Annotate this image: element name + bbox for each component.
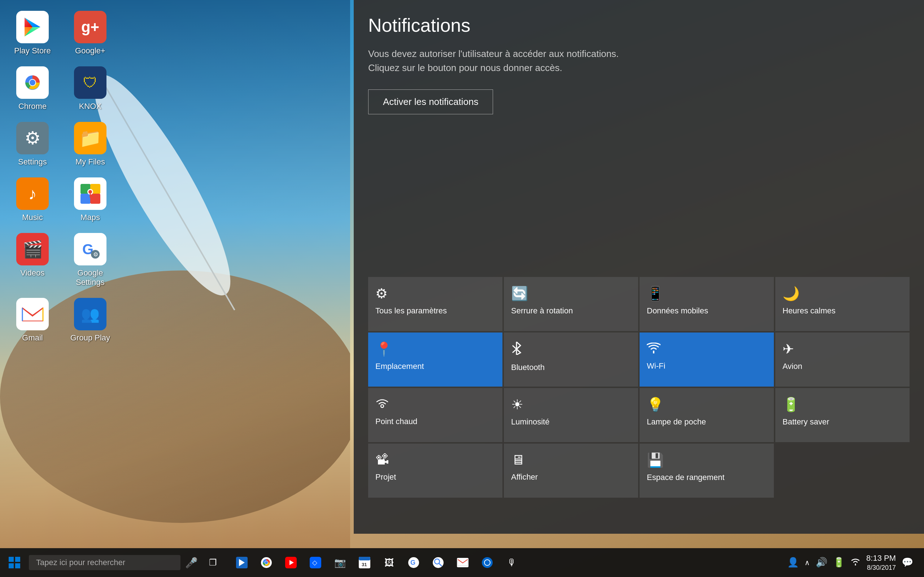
qs-tile-emplacement[interactable]: 📍 Emplacement — [368, 332, 502, 387]
qs-tile-empty — [775, 443, 909, 498]
people-icon[interactable]: 👤 — [787, 557, 799, 568]
qs-icon-donnees-mobiles: 📱 — [647, 285, 664, 301]
desktop-icon-google-settings[interactable]: G ⚙ Google Settings — [65, 229, 115, 291]
icon-row-1: Play Store g+ Google+ — [7, 7, 115, 59]
qs-tile-heures-calmes[interactable]: 🌙 Heures calmes — [775, 277, 909, 331]
notification-panel: Notifications Vous devez autoriser l'uti… — [354, 0, 924, 534]
taskbar-app-voice[interactable]: 🎙 — [501, 552, 523, 574]
qs-tile-projet[interactable]: 📽 Projet — [368, 443, 502, 498]
google-plus-icon: g+ — [74, 11, 107, 43]
google-settings-icon: G ⚙ — [74, 233, 107, 266]
qs-tile-bluetooth[interactable]: Bluetooth — [504, 332, 638, 387]
qs-tile-tous-parametres[interactable]: ⚙ Tous les paramètres — [368, 277, 502, 331]
qs-label-wifi: Wi-Fi — [647, 361, 665, 371]
group-play-label: Group Play — [70, 333, 110, 343]
desktop-icon-music[interactable]: ♪ Music — [7, 174, 58, 226]
qs-icon-avion: ✈ — [782, 341, 794, 357]
qs-label-serrure-rotation: Serrure à rotation — [511, 306, 573, 316]
taskbar-app-google[interactable]: G — [403, 552, 425, 574]
up-arrow-icon[interactable]: ∧ — [804, 558, 810, 567]
maps-svg — [81, 184, 100, 204]
desktop-icon-gmail[interactable]: Gmail — [7, 294, 58, 346]
taskbar-app-store[interactable] — [231, 552, 253, 574]
maps-icon — [74, 177, 107, 210]
taskbar-task-view-button[interactable]: ❐ — [202, 552, 224, 574]
quick-settings-container: ⚙ Tous les paramètres 🔄 Serrure à rotati… — [354, 277, 924, 498]
chrome-label: Chrome — [18, 102, 47, 111]
svg-rect-42 — [359, 557, 370, 561]
qs-label-emplacement: Emplacement — [375, 361, 424, 372]
quick-settings-grid: ⚙ Tous les paramètres 🔄 Serrure à rotati… — [368, 277, 909, 498]
settings-label: Settings — [18, 157, 47, 167]
desktop-icon-videos[interactable]: 🎬 Videos — [7, 229, 58, 291]
icon-row-4: ♪ Music Maps — [7, 174, 115, 226]
svg-rect-29 — [9, 563, 14, 568]
taskbar-mic-button[interactable]: 🎤 — [181, 552, 202, 574]
taskbar-app-dropbox[interactable]: ◇ — [305, 552, 326, 574]
volume-icon[interactable]: 🔊 — [816, 557, 827, 568]
qs-tile-espace-rangement[interactable]: 💾 Espace de rangement — [640, 443, 774, 498]
play-store-label: Play Store — [14, 46, 51, 56]
start-button[interactable] — [3, 552, 25, 574]
taskbar-app-chrome[interactable] — [255, 552, 277, 574]
qs-tile-battery-saver[interactable]: 🔋 Battery saver — [775, 388, 909, 442]
qs-label-avion: Avion — [782, 361, 802, 372]
qs-icon-bluetooth — [511, 341, 522, 358]
qs-tile-avion[interactable]: ✈ Avion — [775, 332, 909, 387]
svg-point-36 — [265, 561, 268, 564]
taskbar-app-google-search[interactable] — [427, 552, 449, 574]
my-files-icon: 📁 — [74, 122, 107, 154]
desktop-icon-settings[interactable]: ⚙ Settings — [7, 118, 58, 170]
qs-icon-tous-parametres: ⚙ — [375, 285, 388, 301]
taskbar-gmail-icon — [457, 558, 468, 567]
wifi-icon[interactable] — [850, 557, 861, 568]
search-input[interactable] — [29, 555, 181, 570]
taskbar-app-calendar[interactable]: 31 — [354, 552, 375, 574]
activate-notifications-button[interactable]: Activer les notifications — [368, 89, 493, 114]
taskbar-cortana-icon — [481, 557, 493, 568]
qs-label-tous-parametres: Tous les paramètres — [375, 306, 447, 316]
qs-tile-luminosite[interactable]: ☀ Luminosité — [504, 388, 638, 442]
svg-point-50 — [482, 557, 493, 568]
qs-label-donnees-mobiles: Données mobiles — [647, 306, 708, 316]
taskbar-app-gallery[interactable]: 🖼 — [378, 552, 400, 574]
svg-rect-27 — [9, 557, 14, 562]
qs-tile-donnees-mobiles[interactable]: 📱 Données mobiles — [640, 277, 774, 331]
qs-label-point-chaud: Point chaud — [375, 416, 417, 427]
google-settings-svg: G ⚙ — [79, 239, 101, 260]
desktop-icon-play-store[interactable]: Play Store — [7, 7, 58, 59]
taskbar-app-camera[interactable]: 📷 — [329, 552, 351, 574]
desktop-icon-my-files[interactable]: 📁 My Files — [65, 118, 115, 170]
notification-description: Vous devez autoriser l'utilisateur à acc… — [368, 47, 909, 75]
qs-icon-afficher: 🖥 — [511, 452, 525, 468]
gmail-label: Gmail — [22, 333, 43, 343]
qs-label-lampe-poche: Lampe de poche — [647, 417, 706, 427]
desktop-icon-knox[interactable]: 🛡 KNOX — [65, 63, 115, 115]
qs-tile-wifi[interactable]: Wi-Fi — [640, 332, 774, 387]
qs-tile-lampe-poche[interactable]: 💡 Lampe de poche — [640, 388, 774, 442]
qs-label-espace-rangement: Espace de rangement — [647, 472, 724, 483]
svg-rect-30 — [15, 563, 20, 568]
qs-tile-afficher[interactable]: 🖥 Afficher — [504, 443, 638, 498]
qs-icon-serrure-rotation: 🔄 — [511, 285, 528, 301]
taskbar-app-cortana[interactable] — [477, 552, 498, 574]
desktop-icon-maps[interactable]: Maps — [65, 174, 115, 226]
qs-icon-battery-saver: 🔋 — [782, 397, 800, 413]
chrome-icon — [16, 66, 49, 99]
desktop-icon-google-plus[interactable]: g+ Google+ — [65, 7, 115, 59]
gmail-svg — [21, 305, 44, 323]
system-tray: 👤 ∧ 🔊 🔋 8:13 PM 8/30/2017 💬 — [787, 553, 913, 572]
chrome-svg — [21, 71, 44, 95]
taskbar-app-gmail[interactable] — [452, 552, 473, 574]
notification-bell-icon[interactable]: 💬 — [901, 557, 913, 568]
settings-icon: ⚙ — [16, 122, 49, 154]
qs-tile-serrure-rotation[interactable]: 🔄 Serrure à rotation — [504, 277, 638, 331]
music-icon: ♪ — [16, 177, 49, 210]
desktop-icon-chrome[interactable]: Chrome — [7, 63, 58, 115]
taskbar-app-youtube[interactable] — [280, 552, 302, 574]
battery-icon[interactable]: 🔋 — [833, 557, 845, 568]
qs-label-bluetooth: Bluetooth — [511, 363, 544, 373]
qs-tile-point-chaud[interactable]: Point chaud — [368, 388, 502, 442]
desktop-icon-group-play[interactable]: 👥 Group Play — [65, 294, 115, 346]
qs-icon-wifi — [647, 341, 661, 357]
